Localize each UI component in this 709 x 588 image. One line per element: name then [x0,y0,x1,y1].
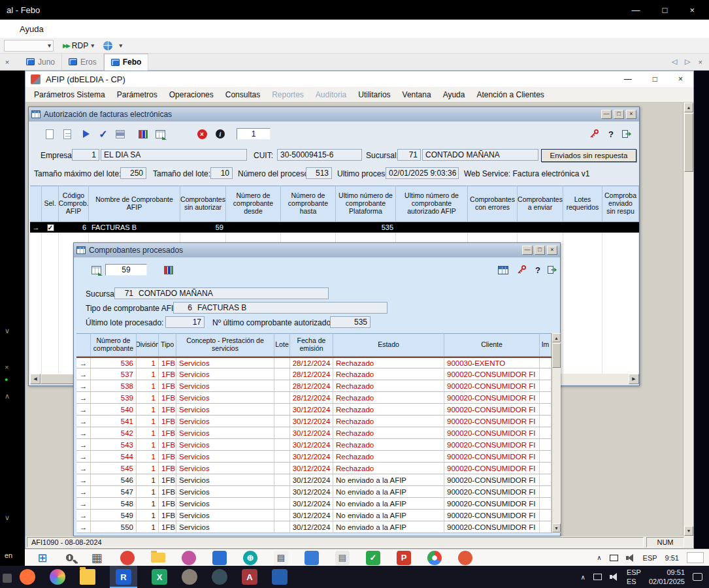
excel-icon[interactable]: X [152,569,167,585]
chrome-icon[interactable] [427,551,442,565]
background-scroll-down-icon[interactable]: ∨ [5,327,10,335]
scroll-up-button[interactable]: ▲ [684,103,693,112]
volume-tray-icon[interactable] [610,573,619,581]
menu-parametros[interactable]: Parámetros [111,90,163,99]
volume-tray-icon[interactable] [626,554,635,562]
maximize-button[interactable]: □ [614,110,624,119]
column-header-cliente[interactable]: Cliente [444,333,540,357]
column-header-numero-de-comprobante-hasta[interactable]: Número de comprobante hasta [281,186,336,222]
column-header-lotes-requeridos[interactable]: Lotes requeridos [563,186,602,222]
table-row[interactable]: →54111FBServicios30/12/2024Rechazado9000… [76,416,552,427]
search-button[interactable] [66,554,73,561]
obs-icon[interactable] [212,569,227,585]
columns-button[interactable] [135,127,151,141]
column-header-tipo[interactable]: Tipo [159,333,176,357]
sucursal-field[interactable]: 71 CONTADO MAÑANA [114,287,329,299]
tamano-lote-field[interactable]: 10 [210,167,233,179]
cuit-field[interactable]: 30-50009415-6 [277,149,362,161]
sucursal-name-field[interactable]: CONTADO MAÑANA [422,149,538,161]
clock[interactable]: 09:51 02/01/2025 [649,568,685,587]
background-close-icon[interactable]: × [5,363,8,371]
column-header-lote[interactable]: Lote [274,333,290,357]
start-button[interactable]: ⊞ [35,551,50,565]
app-icon-pink[interactable] [182,551,196,565]
pen-app-icon[interactable] [272,569,288,585]
column-header-concepto-prestacion-de-servicios[interactable]: Concepto - Prestación de servicios [176,333,274,357]
table-row[interactable]: →54411FBServicios30/12/2024Rechazado9000… [76,451,552,463]
empresa-name-field[interactable]: EL DIA SA [101,149,247,161]
confirm-button[interactable]: ✓ [95,127,111,141]
column-header-ultimo-numero-de-comprobante-autorizado-afip[interactable]: Ultimo número de comprobante autorizado … [396,186,468,222]
table-view-button[interactable] [495,263,511,277]
proc-grid-vscrollbar[interactable]: ▲ ▼ [552,333,561,533]
scroll-up-button[interactable]: ▲ [552,333,561,342]
tamano-maximo-field[interactable]: 250 [120,167,146,179]
app-maximize-button[interactable]: □ [653,74,657,84]
app-icon-red[interactable] [458,551,472,565]
record-counter-field[interactable]: 59 [105,264,147,276]
globe-icon[interactable] [103,41,112,50]
menu-utilitarios[interactable]: Utilitarios [352,90,396,99]
rdp-connect-button[interactable]: ▶▶ RDP ▾ [60,41,97,50]
proc-window-titlebar[interactable]: Comprobantes procesados — □ × [74,243,560,257]
ultimo-lote-field[interactable]: 17 [165,316,205,328]
scroll-left-button[interactable]: ◀ [30,374,41,384]
gimp-icon[interactable] [182,569,197,585]
background-scroll-up-icon[interactable]: ∧ [5,392,10,400]
remote-maximize-button[interactable]: □ [663,5,668,15]
document-app-icon[interactable]: ▤ [274,551,288,565]
tabbar-close-button[interactable]: × [0,54,14,71]
table-row[interactable]: →54811FBServicios30/12/2024No enviado a … [76,498,552,510]
ultimo-autorizado-field[interactable]: 535 [330,316,371,328]
new-button[interactable] [42,127,58,141]
tab-febo[interactable]: Febo [104,54,149,71]
column-header-sel[interactable]: Sel. [42,186,59,222]
menu-reportes[interactable]: Reportes [266,90,310,99]
run-button[interactable] [78,127,94,141]
table-row[interactable]: →53711FBServicios28/12/2024Rechazado9000… [76,368,552,380]
table-row[interactable]: →54511FBServicios30/12/2024Rechazado9000… [76,463,552,474]
column-header-numero-de-comprobante-desde[interactable]: Número de comprobante desde [226,186,281,222]
tab-scroll-left-button[interactable]: ◁ [672,57,677,66]
export-button[interactable] [152,127,168,141]
scroll-down-button[interactable]: ▼ [684,526,693,536]
save-button[interactable] [112,127,128,141]
table-row[interactable]: →54911FBServicios30/12/2024No enviado a … [76,510,552,521]
auth-grid-selected-row[interactable]: →✓6FACTURAS B59535 [30,222,639,233]
table-row[interactable]: →54011FBServicios30/12/2024Rechazado9000… [76,404,552,416]
minimize-button[interactable]: — [522,246,533,255]
remote-clock[interactable]: 9:51 [665,554,679,562]
tab-juno[interactable]: Juno [20,54,62,71]
table-row[interactable]: →55011FBServicios30/12/2024No enviado a … [76,521,552,533]
background-scroll-down2-icon[interactable]: ∨ [5,514,10,522]
column-header-estado[interactable]: Estado [333,333,444,357]
calendar-app-icon[interactable]: ✓ [366,551,380,565]
table-row[interactable]: →54311FBServicios30/12/2024Rechazado9000… [76,439,552,451]
properties-button[interactable] [59,127,75,141]
remote-minimize-button[interactable]: — [632,5,640,15]
menu-operaciones[interactable]: Operaciones [163,90,220,99]
column-header-numero-de-comprobante[interactable]: Número de comprobante [91,333,137,357]
key-button[interactable] [514,263,529,277]
tab-eros[interactable]: Eros [62,54,104,71]
scroll-right-button[interactable]: ▶ [629,374,639,384]
rdp-manager-icon[interactable]: R [116,569,131,585]
tipo-comprobante-field[interactable]: 6 FACTURAS B [173,302,387,314]
language-indicator[interactable]: ESP ES [627,568,641,587]
remote-close-button[interactable]: × [689,5,695,15]
firefox-icon[interactable] [20,569,35,585]
network-tray-icon[interactable] [593,574,602,580]
remote-language-indicator[interactable]: ESP [643,554,657,562]
enviados-sin-respuesta-button[interactable]: Enviados sin respuesta [541,149,636,162]
show-desktop-button[interactable] [687,552,704,563]
menu-atencion-a-clientes[interactable]: Atención a Clientes [470,90,550,99]
table-row[interactable]: →54211FBServicios30/12/2024Rechazado9000… [76,427,552,439]
tab-close-button[interactable]: × [699,58,702,66]
table-row[interactable]: →54611FBServicios30/12/2024No enviado a … [76,474,552,486]
app-minimize-button[interactable]: — [624,74,632,84]
close-button[interactable]: × [547,246,557,255]
info-button[interactable]: i [212,127,228,141]
process-counter-field[interactable]: 1 [237,128,271,140]
active-app-tile[interactable]: R [110,566,137,588]
column-header-comprobantes-con-errores[interactable]: Comprobantes con errores [468,186,518,222]
